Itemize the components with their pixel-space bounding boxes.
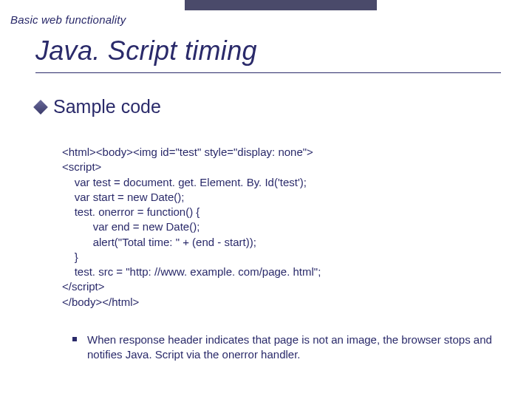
code-line: alert("Total time: " + (end - start));	[62, 235, 491, 250]
slide-title: Java. Script timing	[35, 35, 257, 66]
top-accent-bar	[185, 0, 377, 10]
square-bullet-icon	[72, 337, 77, 341]
note-text: When response header indicates that page…	[87, 332, 494, 363]
code-line: var start = new Date();	[62, 190, 491, 205]
section-heading: Sample code	[53, 96, 161, 117]
code-line: var end = new Date();	[62, 219, 491, 234]
code-line: test. src = "http: //www. example. com/p…	[62, 265, 491, 279]
code-line: </body></html>	[62, 295, 491, 310]
code-line: var test = document. get. Element. By. I…	[62, 175, 491, 190]
breadcrumb: Basic web functionality	[10, 13, 126, 26]
section-heading-row: Sample code	[35, 96, 161, 117]
code-line: test. onerror = function() {	[62, 205, 491, 219]
code-line: <html><body><img id="test" style="displa…	[62, 145, 491, 160]
code-line: <script>	[62, 160, 491, 174]
title-underline	[35, 72, 501, 73]
diamond-bullet-icon	[35, 102, 46, 112]
code-line: }	[62, 250, 491, 265]
code-line: </script>	[62, 279, 491, 294]
note-row: When response header indicates that page…	[72, 332, 494, 363]
code-block: <html><body><img id="test" style="displa…	[62, 145, 491, 310]
